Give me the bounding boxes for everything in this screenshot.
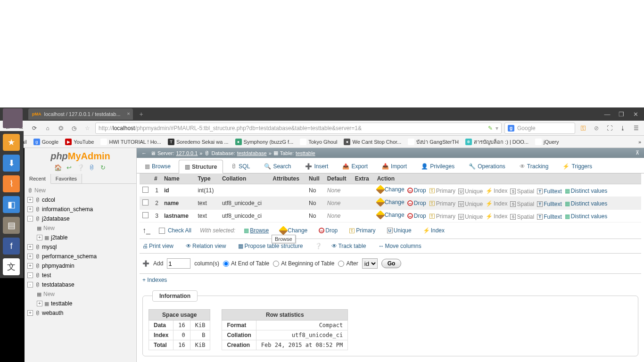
collapse-icon[interactable]: ⊼ bbox=[636, 150, 639, 156]
action-primary[interactable]: ⚿Primary bbox=[429, 187, 455, 194]
bookmark-item[interactable]: ●We Cant Stop Chor... bbox=[342, 138, 403, 146]
crumb-server[interactable]: 127.0.0.1 bbox=[176, 150, 198, 156]
home-icon[interactable]: 🏠 bbox=[54, 164, 62, 171]
nav-toggle-icon[interactable]: ← bbox=[141, 150, 147, 156]
indexes-toggle[interactable]: + Indexes bbox=[140, 274, 641, 286]
column-header[interactable]: Action bbox=[374, 173, 641, 184]
action-fulltext[interactable]: TFulltext bbox=[537, 214, 562, 220]
track-table-link[interactable]: 👁Track table bbox=[331, 243, 366, 249]
logout-icon[interactable]: ↩ bbox=[66, 164, 73, 171]
minimize-button[interactable]: — bbox=[601, 109, 614, 119]
tab-browse[interactable]: ▦Browse bbox=[139, 160, 177, 173]
tab-structure[interactable]: ▥Structure bbox=[179, 160, 223, 173]
fullscreen-icon[interactable]: ⛶ bbox=[604, 123, 615, 133]
tab-search[interactable]: 🔍Search bbox=[258, 160, 297, 173]
action-unique[interactable]: UUnique bbox=[458, 201, 483, 207]
tree-new-table[interactable]: ▦New bbox=[25, 223, 135, 233]
tree-toggle-icon[interactable]: + bbox=[27, 263, 33, 269]
bookmarks-overflow-icon[interactable]: » bbox=[638, 139, 641, 145]
tree-new-table[interactable]: ▦New bbox=[25, 289, 135, 299]
home-button[interactable]: ⌂ bbox=[42, 123, 53, 133]
check-all-checkbox[interactable] bbox=[159, 228, 165, 234]
action-fulltext[interactable]: TFulltext bbox=[537, 201, 562, 207]
tab-privileges[interactable]: 👤Privileges bbox=[415, 160, 461, 173]
star-icon[interactable]: ☆ bbox=[82, 123, 92, 133]
bookmark-item[interactable]: HWI TUTORIAL ! Ho... bbox=[99, 138, 163, 146]
sidebar-tab-recent[interactable]: Recent bbox=[25, 174, 51, 184]
action-index[interactable]: ⚡Index bbox=[486, 200, 507, 207]
withsel-browse[interactable]: ▦Browse bbox=[244, 227, 269, 234]
action-fulltext[interactable]: TFulltext bbox=[537, 188, 562, 195]
maximize-button[interactable]: ❐ bbox=[615, 109, 628, 119]
check-all-link[interactable]: Check All bbox=[168, 227, 191, 234]
tree-toggle-icon[interactable]: - bbox=[27, 282, 33, 288]
action-change[interactable]: Change bbox=[377, 212, 405, 218]
radio-begin[interactable] bbox=[273, 261, 279, 267]
tree-db[interactable]: -🛢testdatabase bbox=[25, 280, 135, 289]
block-icon[interactable]: ⊘ bbox=[591, 123, 602, 133]
crumb-table[interactable]: testtable bbox=[296, 150, 315, 156]
action-distinct[interactable]: ▦Distinct values bbox=[565, 200, 607, 207]
bookmark-item[interactable]: jQuery bbox=[533, 138, 561, 146]
bookmark-item[interactable]: Tokyo Ghoul bbox=[298, 138, 339, 146]
tree-toggle-icon[interactable]: + bbox=[37, 235, 42, 240]
key-icon[interactable]: ⚿ bbox=[578, 123, 588, 133]
action-primary[interactable]: ⚿Primary bbox=[429, 213, 455, 220]
column-header[interactable]: # bbox=[151, 173, 161, 184]
reload-button[interactable]: ⟳ bbox=[29, 123, 40, 133]
dock-facebook-icon[interactable]: f bbox=[3, 238, 20, 255]
action-spatial[interactable]: SSpatial bbox=[510, 201, 534, 207]
withsel-index[interactable]: ⚡Index bbox=[423, 227, 445, 234]
tab-triggers[interactable]: ⚡Triggers bbox=[556, 160, 598, 173]
radio-end[interactable] bbox=[223, 261, 229, 267]
withsel-drop[interactable]: −Drop bbox=[319, 227, 338, 234]
go-button[interactable]: Go bbox=[381, 259, 402, 268]
new-tab-button[interactable]: + bbox=[137, 109, 146, 119]
action-change[interactable]: Change bbox=[377, 186, 405, 193]
tree-toggle-icon[interactable]: - bbox=[27, 216, 33, 222]
move-columns-link[interactable]: ↔Move columns bbox=[378, 243, 421, 249]
sidebar-tab-favorites[interactable]: Favorites bbox=[51, 174, 82, 183]
tab-export[interactable]: 📤Export bbox=[336, 160, 374, 173]
tree-db[interactable]: -🛢test bbox=[25, 271, 135, 280]
tree-new[interactable]: 🛢New bbox=[25, 186, 135, 195]
column-header[interactable]: Attributes bbox=[270, 173, 306, 184]
cloud-icon[interactable]: ⏣ bbox=[56, 123, 66, 133]
downloads-button[interactable]: ⭳ bbox=[618, 123, 628, 133]
tree-table[interactable]: +▦j2table bbox=[25, 233, 135, 242]
tree-toggle-icon[interactable]: + bbox=[27, 244, 33, 250]
sql-icon[interactable]: 🛢 bbox=[88, 164, 96, 171]
column-header[interactable]: Default bbox=[324, 173, 352, 184]
reload-nav-icon[interactable]: ↻ bbox=[99, 164, 107, 171]
tree-db[interactable]: +🛢mysql bbox=[25, 242, 135, 252]
action-spatial[interactable]: SSpatial bbox=[510, 214, 534, 220]
action-drop[interactable]: −Drop bbox=[407, 200, 426, 206]
tree-toggle-icon[interactable]: + bbox=[27, 254, 33, 259]
docs-icon[interactable]: ❔ bbox=[77, 164, 84, 171]
tree-db[interactable]: +🛢phpmyadmin bbox=[25, 261, 135, 271]
after-select[interactable]: id bbox=[362, 258, 378, 269]
action-unique[interactable]: UUnique bbox=[458, 214, 483, 220]
browser-tab-active[interactable]: pMA localhost / 127.0.0.1 / testdatab...… bbox=[28, 108, 133, 120]
tab-import[interactable]: 📥Import bbox=[376, 160, 413, 173]
withsel-unique[interactable]: UUnique bbox=[387, 227, 412, 234]
tree-db[interactable]: +🛢cdcol bbox=[25, 195, 135, 205]
row-checkbox[interactable] bbox=[142, 199, 149, 206]
dock-notes-icon[interactable]: ▤ bbox=[3, 217, 20, 234]
tree-toggle-icon[interactable]: + bbox=[27, 197, 33, 203]
tree-db[interactable]: +🛢webauth bbox=[25, 308, 135, 318]
print-view-link[interactable]: 🖨Print view bbox=[142, 243, 173, 249]
menu-button[interactable]: ☰ bbox=[631, 123, 641, 133]
column-header[interactable]: Type bbox=[195, 173, 219, 184]
dock-rss-icon[interactable]: ⌇ bbox=[3, 175, 20, 192]
action-primary[interactable]: ⚿Primary bbox=[429, 200, 455, 207]
bookmark-item[interactable]: ●Symphony (buzzG f... bbox=[233, 138, 296, 146]
relation-view-link[interactable]: 👁Relation view bbox=[186, 243, 226, 249]
dock-star-icon[interactable]: ★ bbox=[3, 134, 20, 151]
add-count-input[interactable] bbox=[167, 258, 190, 269]
help-icon[interactable]: ❔ bbox=[315, 243, 322, 249]
dock-download-icon[interactable]: ⬇ bbox=[3, 155, 20, 172]
action-distinct[interactable]: ▦Distinct values bbox=[565, 213, 607, 220]
action-index[interactable]: ⚡Index bbox=[486, 213, 507, 220]
tree-toggle-icon[interactable]: + bbox=[37, 301, 42, 306]
